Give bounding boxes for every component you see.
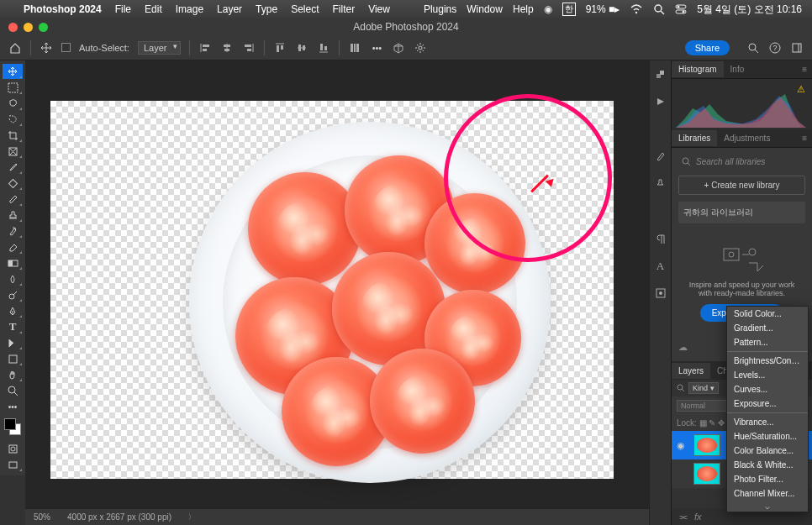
crop-tool[interactable] <box>3 128 23 143</box>
more-options-icon[interactable]: ••• <box>370 41 383 55</box>
zoom-tool[interactable] <box>3 383 23 398</box>
distribute-icon[interactable] <box>348 41 361 55</box>
lock-brush-icon[interactable]: ✎ <box>709 418 715 428</box>
tab-info[interactable]: Info <box>724 61 751 77</box>
path-tool[interactable] <box>3 335 23 350</box>
align-right-icon[interactable] <box>242 41 256 55</box>
help-icon[interactable]: ? <box>768 41 782 55</box>
auto-select-checkbox[interactable] <box>61 43 71 52</box>
align-left-icon[interactable] <box>198 41 212 55</box>
tab-layers[interactable]: Layers <box>672 363 710 379</box>
create-library-button[interactable]: + Create new library <box>678 176 805 195</box>
eyedropper-tool[interactable] <box>3 160 23 175</box>
history-brush-tool[interactable] <box>3 223 23 239</box>
frame-tool[interactable] <box>3 144 23 159</box>
gradient-tool[interactable] <box>3 255 23 270</box>
maximize-window[interactable] <box>39 23 48 32</box>
menu-file[interactable]: File <box>115 3 131 15</box>
screen-mode[interactable] <box>3 457 23 472</box>
ctx-bw[interactable]: Black & White... <box>727 458 808 472</box>
brush-tool[interactable] <box>3 192 23 207</box>
ctx-vibrance[interactable]: Vibrance... <box>727 415 808 429</box>
visibility-toggle[interactable]: ◉ <box>677 440 688 451</box>
tab-adjustments[interactable]: Adjustments <box>717 130 777 146</box>
lock-position-icon[interactable]: ✥ <box>718 418 725 428</box>
menu-edit[interactable]: Edit <box>145 3 162 15</box>
menu-type[interactable]: Type <box>256 3 277 15</box>
tab-libraries[interactable]: Libraries <box>672 130 717 146</box>
clone-panel-icon[interactable] <box>653 176 668 192</box>
share-button[interactable]: Share <box>685 40 730 55</box>
document-dims[interactable]: 4000 px x 2667 px (300 ppi) <box>67 512 171 522</box>
pen-tool[interactable] <box>3 303 23 318</box>
marquee-tool[interactable] <box>3 80 23 95</box>
menu-filter[interactable]: Filter <box>332 3 355 15</box>
search-panel-icon[interactable] <box>746 41 760 55</box>
shape-tool[interactable] <box>3 351 23 366</box>
ctx-color-balance[interactable]: Color Balance... <box>727 444 808 458</box>
menu-view[interactable]: View <box>368 3 390 15</box>
battery-status[interactable]: 91% ■▸ <box>586 3 620 15</box>
hand-tool[interactable] <box>3 367 23 382</box>
ctx-levels[interactable]: Levels... <box>727 368 808 382</box>
ctx-brightness[interactable]: Brightness/Contrast... <box>727 354 808 368</box>
zoom-level[interactable]: 50% <box>34 512 50 522</box>
menu-layer[interactable]: Layer <box>217 3 242 15</box>
lock-transparent-icon[interactable]: ▦ <box>699 418 707 428</box>
wifi-icon[interactable] <box>630 4 643 14</box>
play-panel-icon[interactable] <box>653 94 668 109</box>
minimize-window[interactable] <box>24 23 33 32</box>
type-tool[interactable]: T <box>3 319 23 334</box>
blend-mode-select[interactable]: Normal <box>677 400 727 412</box>
panel-menu-icon[interactable]: ≡ <box>797 65 812 74</box>
tab-histogram[interactable]: Histogram <box>672 61 724 77</box>
filter-search-icon[interactable] <box>677 384 685 392</box>
record-icon[interactable]: ◉ <box>544 3 552 15</box>
menu-plugins[interactable]: Plugins <box>424 3 456 15</box>
menu-window[interactable]: Window <box>467 3 503 15</box>
ctx-solid-color[interactable]: Solid Color... <box>727 307 808 321</box>
canvas-area[interactable] <box>25 60 671 508</box>
gear-icon[interactable] <box>414 41 427 55</box>
healing-tool[interactable] <box>3 176 23 191</box>
align-top-icon[interactable] <box>273 41 287 55</box>
ctx-more[interactable]: ⌵ <box>727 501 808 512</box>
auto-select-target[interactable]: Layer <box>138 41 182 55</box>
workspace-icon[interactable] <box>790 41 804 55</box>
glyphs-panel-icon[interactable] <box>653 286 668 301</box>
library-search[interactable]: Search all libraries <box>678 155 805 169</box>
ctx-photo-filter[interactable]: Photo Filter... <box>727 472 808 486</box>
menu-image[interactable]: Image <box>176 3 203 15</box>
stamp-tool[interactable] <box>3 207 23 223</box>
ctx-pattern[interactable]: Pattern... <box>727 335 808 349</box>
align-center-h-icon[interactable] <box>220 41 234 55</box>
link-layers-icon[interactable]: ⫘ <box>678 512 688 522</box>
selection-tool[interactable] <box>3 112 23 127</box>
move-tool-icon[interactable] <box>40 41 53 55</box>
quick-mask[interactable] <box>3 441 23 456</box>
dodge-tool[interactable] <box>3 287 23 302</box>
character-panel-icon[interactable]: A <box>653 259 668 274</box>
paragraph-panel-icon[interactable] <box>653 232 668 247</box>
layer-fx-icon[interactable]: fx <box>694 512 702 522</box>
align-bottom-icon[interactable] <box>317 41 330 55</box>
lasso-tool[interactable] <box>3 96 23 111</box>
edit-toolbar[interactable]: ••• <box>3 399 23 414</box>
align-center-v-icon[interactable] <box>295 41 308 55</box>
menu-select[interactable]: Select <box>291 3 319 15</box>
ctx-exposure[interactable]: Exposure... <box>727 396 808 411</box>
control-center-icon[interactable] <box>675 4 687 14</box>
color-swatches[interactable] <box>4 418 21 435</box>
eraser-tool[interactable] <box>3 239 23 255</box>
input-source[interactable]: 한 <box>562 3 576 16</box>
layer-kind-select[interactable]: Kind ▾ <box>688 382 719 394</box>
app-name[interactable]: Photoshop 2024 <box>24 3 102 15</box>
move-tool[interactable] <box>3 64 23 79</box>
blur-tool[interactable] <box>3 271 23 286</box>
ctx-gradient[interactable]: Gradient... <box>727 321 808 335</box>
panel-menu-icon[interactable]: ≡ <box>797 134 812 143</box>
search-icon[interactable] <box>653 3 665 15</box>
ctx-curves[interactable]: Curves... <box>727 382 808 396</box>
3d-mode-icon[interactable] <box>392 41 405 55</box>
histogram-warning-icon[interactable]: ⚠ <box>797 84 805 95</box>
